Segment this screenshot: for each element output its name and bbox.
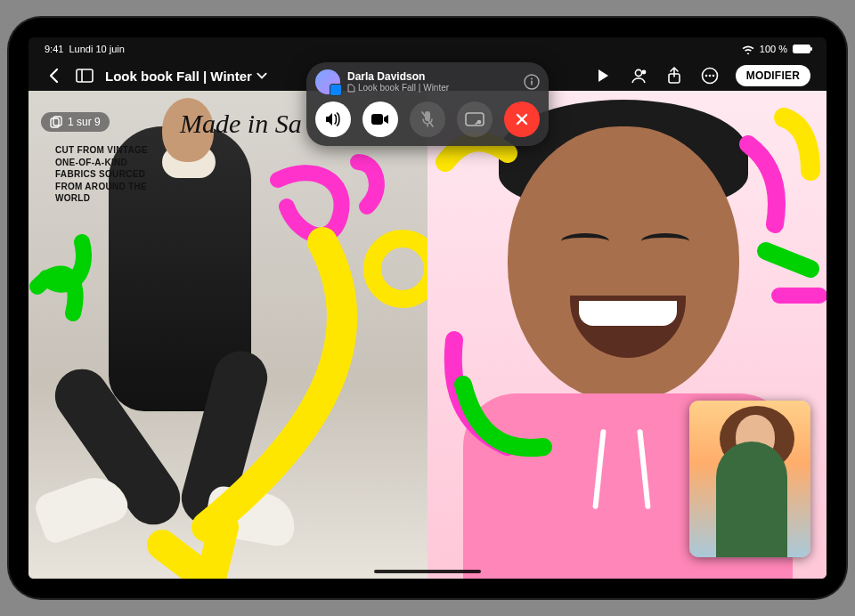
collaborate-button[interactable] [629, 66, 648, 85]
speaker-button[interactable] [315, 101, 351, 137]
status-left: 9:41 Lundi 10 juin [45, 44, 125, 54]
home-indicator [374, 570, 481, 573]
page-counter-label: 1 sur 9 [68, 116, 101, 128]
facetime-info-button[interactable] [524, 74, 540, 90]
more-button[interactable] [700, 66, 720, 85]
facetime-self-view[interactable] [689, 401, 810, 557]
share-button[interactable] [664, 66, 684, 85]
edit-button[interactable]: MODIFIER [736, 65, 810, 86]
svg-point-8 [712, 75, 714, 77]
ipad-frame: 9:41 Lundi 10 juin 100 % Look book Fall … [9, 18, 846, 598]
facetime-avatar [315, 69, 340, 94]
facetime-subtitle: Look book Fall | Winter [358, 83, 449, 93]
doc-title-text: Look book Fall | Winter [105, 69, 252, 84]
svg-rect-15 [466, 113, 484, 126]
sidebar-icon[interactable] [75, 66, 94, 85]
svg-point-6 [704, 75, 707, 77]
document-icon [347, 84, 355, 93]
wifi-icon [742, 45, 754, 54]
svg-line-20 [766, 251, 810, 269]
doc-title[interactable]: Look book Fall | Winter [105, 69, 268, 84]
screen: 9:41 Lundi 10 juin 100 % Look book Fall … [28, 37, 826, 579]
status-time: 9:41 [45, 44, 63, 54]
svg-point-19 [372, 239, 428, 299]
chevron-down-icon [256, 69, 268, 82]
page-left: Made in Sa CUT FROM VINTAGE ONE-OF-A-KIN… [28, 91, 428, 579]
battery-percent: 100 % [760, 44, 787, 54]
svg-rect-12 [371, 114, 383, 125]
edit-label: MODIFIER [746, 69, 800, 82]
svg-point-3 [641, 70, 646, 75]
status-bar: 9:41 Lundi 10 juin 100 % [28, 41, 826, 57]
svg-rect-0 [77, 69, 93, 82]
status-right: 100 % [742, 44, 810, 54]
page-counter[interactable]: 1 sur 9 [41, 112, 110, 132]
side-text: CUT FROM VINTAGE ONE-OF-A-KIND FABRICS S… [55, 144, 153, 205]
portrait-figure [508, 126, 739, 402]
camera-button[interactable] [362, 101, 398, 137]
svg-point-7 [708, 75, 711, 77]
pages-icon [50, 116, 62, 128]
facetime-hud[interactable]: Darla Davidson Look book Fall | Winter [306, 62, 549, 146]
end-call-button[interactable] [504, 101, 540, 137]
svg-rect-11 [531, 81, 533, 85]
shareplay-button[interactable] [457, 101, 493, 137]
mute-button[interactable] [410, 101, 445, 137]
facetime-name: Darla Davidson [347, 71, 517, 83]
headline-text: Made in Sa [180, 109, 302, 139]
play-button[interactable] [593, 66, 613, 85]
battery-icon [793, 45, 810, 53]
status-date: Lundi 10 juin [69, 44, 124, 54]
svg-point-2 [635, 69, 641, 76]
back-button[interactable] [45, 66, 64, 85]
svg-point-10 [531, 78, 533, 80]
